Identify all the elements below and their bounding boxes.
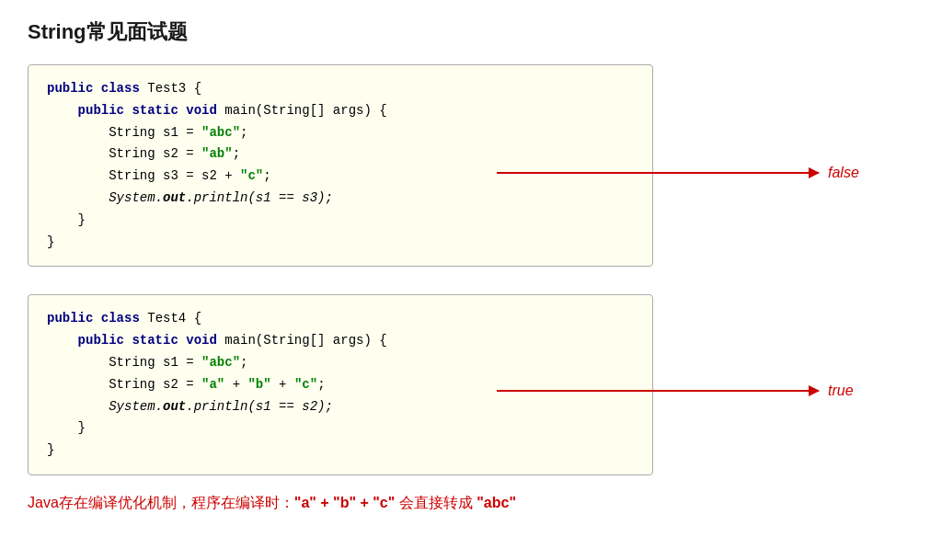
code-section-1: public class Test3 { public static void … <box>28 64 914 267</box>
footer-text-normal: Java存在编译优化机制，程序在编译时： <box>28 495 294 510</box>
arrow-head-2 <box>809 385 820 396</box>
code-line: public static void main(String[] args) { <box>47 330 634 352</box>
string-literal: "b" <box>247 377 270 392</box>
keyword: public class <box>47 311 140 326</box>
arrow-label-2: true <box>828 383 854 399</box>
code-line: String s1 = "abc"; <box>47 352 634 374</box>
code-line: String s1 = "abc"; <box>47 122 634 144</box>
string-literal: "abc" <box>201 125 240 140</box>
code-line-arrow-1: System.out.println(s1 == s3); <box>47 188 634 210</box>
code-line: } <box>47 232 634 254</box>
keyword: public static void <box>78 333 217 348</box>
string-literal: "ab" <box>201 146 233 161</box>
footer-note: Java存在编译优化机制，程序在编译时："a" + "b" + "c" 会直接转… <box>28 494 914 513</box>
code-line: } <box>47 210 634 232</box>
footer-text-result: 会直接转成 <box>395 495 477 510</box>
keyword: public static void <box>78 103 217 118</box>
arrow-head-1 <box>809 167 820 178</box>
arrow-2: true <box>497 383 854 399</box>
arrow-label-1: false <box>828 165 859 181</box>
footer-text-result2: "abc" <box>477 495 516 510</box>
string-literal: "c" <box>294 377 317 392</box>
footer-text-code: "a" + "b" + "c" <box>294 495 396 510</box>
code-section-2: public class Test4 { public static void … <box>28 294 914 475</box>
code-line: } <box>47 440 634 462</box>
code-line: String s2 = "ab"; <box>47 143 634 166</box>
arrow-line-1 <box>497 172 819 174</box>
string-literal: "abc" <box>201 355 240 370</box>
code-line: public static void main(String[] args) { <box>47 100 634 122</box>
code-line: public class Test4 { <box>47 308 634 330</box>
code-line: } <box>47 417 634 440</box>
code-line: public class Test3 { <box>47 78 634 100</box>
page-title: String常见面试题 <box>28 18 914 46</box>
arrow-line-2 <box>497 390 819 392</box>
keyword: public class <box>47 81 140 96</box>
arrow-1: false <box>497 165 859 181</box>
string-literal: "c" <box>240 168 263 183</box>
string-literal: "a" <box>201 377 224 392</box>
